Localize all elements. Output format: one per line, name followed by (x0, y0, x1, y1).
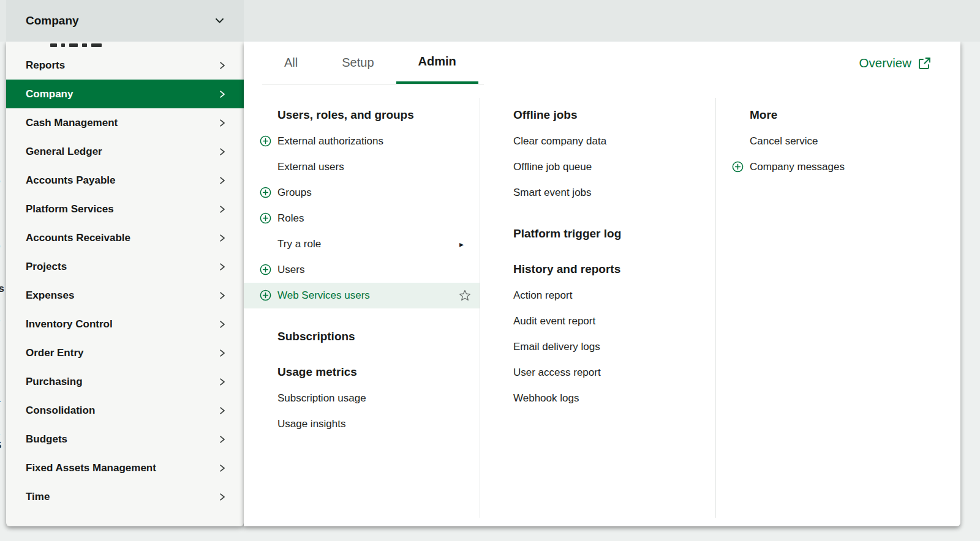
company-menu-toggle[interactable]: Company (6, 0, 244, 42)
company-flyout-panel: AllSetupAdmin Overview Users, roles, and… (244, 42, 960, 526)
menu-item-webhook-logs[interactable]: Webhook logs (513, 386, 715, 411)
menu-item-company-messages[interactable]: Company messages (750, 154, 952, 180)
tab-admin[interactable]: Admin (396, 42, 478, 84)
section-heading-more: More (750, 108, 952, 122)
sidebar-item-time[interactable]: Time (6, 482, 244, 511)
section-heading-platform-trigger-log[interactable]: Platform trigger log (513, 226, 715, 241)
sidebar-item-label: Accounts Receivable (26, 232, 130, 244)
sidebar-item-projects[interactable]: Projects (6, 252, 244, 281)
chevron-right-icon (219, 234, 225, 242)
menu-item-user-access-report[interactable]: User access report (513, 360, 715, 386)
sidebar-item-label: Consolidation (26, 405, 95, 417)
chevron-right-icon (219, 493, 225, 501)
page-root: lreerssasSli Company ReportsCompanyCash … (0, 0, 980, 541)
sidebar-item-label: General Ledger (26, 146, 102, 158)
menu-item-clear-company-data[interactable]: Clear company data (513, 129, 715, 154)
favorite-star-icon[interactable] (459, 289, 471, 302)
sidebar-item-label: Expenses (26, 289, 74, 302)
section-heading-offline-jobs: Offline jobs (513, 108, 715, 122)
chevron-down-icon (215, 18, 224, 24)
menu-item-action-report[interactable]: Action report (513, 283, 715, 308)
menu-item-groups[interactable]: Groups (277, 180, 480, 206)
add-circle-icon[interactable] (260, 187, 271, 198)
column-divider (715, 98, 716, 518)
sidebar-item-inventory-control[interactable]: Inventory Control (6, 310, 244, 338)
menu-item-audit-event-report[interactable]: Audit event report (513, 308, 715, 334)
menu-item-label: Audit event report (513, 315, 595, 327)
menu-item-roles[interactable]: Roles (277, 206, 480, 231)
overview-link[interactable]: Overview (859, 42, 931, 84)
modules-menu-panel: ReportsCompanyCash ManagementGeneral Led… (6, 42, 244, 526)
menu-item-email-delivery-logs[interactable]: Email delivery logs (513, 334, 715, 360)
chevron-right-icon (219, 378, 225, 386)
menu-item-label: Action report (513, 289, 572, 302)
menu-item-external-authorizations[interactable]: External authorizations (277, 129, 480, 154)
sidebar-item-label: Purchasing (26, 376, 83, 388)
menu-item-label: Company messages (750, 161, 845, 173)
section-heading-history-and-reports: History and reports (513, 262, 715, 277)
flyout-columns: Users, roles, and groupsExternal authori… (244, 103, 960, 526)
sidebar-item-label: Accounts Payable (26, 174, 115, 187)
menu-item-label: Smart event jobs (513, 187, 592, 199)
sidebar-item-cash-management[interactable]: Cash Management (6, 108, 244, 137)
add-circle-icon[interactable] (732, 161, 744, 173)
chevron-right-icon (219, 61, 225, 70)
add-circle-icon[interactable] (260, 264, 271, 275)
chevron-right-icon (219, 464, 225, 472)
menu-column-2: Offline jobsClear company dataOffline jo… (513, 103, 715, 411)
chevron-right-icon (219, 263, 225, 271)
menu-item-cancel-service[interactable]: Cancel service (750, 129, 952, 154)
column-divider (480, 98, 480, 518)
add-circle-icon[interactable] (260, 212, 271, 224)
menu-item-usage-insights[interactable]: Usage insights (277, 411, 480, 437)
add-circle-icon[interactable] (260, 135, 271, 147)
sidebar-item-platform-services[interactable]: Platform Services (6, 195, 244, 223)
sidebar-item-consolidation[interactable]: Consolidation (6, 396, 244, 425)
sidebar-item-label: Budgets (26, 433, 67, 446)
sidebar-item-purchasing[interactable]: Purchasing (6, 367, 244, 396)
menu-item-users[interactable]: Users (277, 257, 480, 283)
section-heading-usage-metrics: Usage metrics (277, 365, 480, 379)
sidebar-item-label: Order Entry (26, 347, 83, 359)
menu-item-label: Offline job queue (513, 161, 592, 173)
section-heading-users-roles-and-groups: Users, roles, and groups (277, 108, 480, 122)
sidebar-item-label: Reports (26, 59, 65, 72)
sidebar-item-label: Cash Management (26, 117, 118, 129)
sidebar-item-reports[interactable]: Reports (6, 51, 244, 80)
menu-item-label: Roles (277, 212, 304, 225)
sidebar-item-label: Time (26, 491, 50, 503)
sidebar-item-budgets[interactable]: Budgets (6, 425, 244, 453)
menu-item-offline-job-queue[interactable]: Offline job queue (513, 154, 715, 180)
sidebar-item-company[interactable]: Company (6, 80, 244, 108)
top-bar: Company (0, 0, 980, 42)
menu-column-1: Users, roles, and groupsExternal authori… (277, 103, 480, 437)
section-heading-subscriptions[interactable]: Subscriptions (277, 329, 480, 344)
chevron-right-icon (219, 176, 225, 185)
tab-all[interactable]: All (262, 42, 320, 84)
sidebar-item-fixed-assets-management[interactable]: Fixed Assets Management (6, 453, 244, 482)
menu-column-3: MoreCancel serviceCompany messages (750, 103, 952, 180)
menu-item-label: Clear company data (513, 135, 606, 147)
menu-item-try-a-role[interactable]: Try a role▸ (277, 231, 480, 257)
menu-item-subscription-usage[interactable]: Subscription usage (277, 386, 480, 411)
sidebar-item-accounts-payable[interactable]: Accounts Payable (6, 166, 244, 195)
chevron-right-icon (219, 406, 225, 415)
chevron-right-icon (219, 90, 225, 99)
menu-item-label: User access report (513, 367, 601, 379)
menu-item-label: Cancel service (750, 135, 818, 147)
sidebar-item-order-entry[interactable]: Order Entry (6, 338, 244, 367)
menu-item-smart-event-jobs[interactable]: Smart event jobs (513, 180, 715, 206)
chevron-right-icon (219, 291, 225, 300)
clipped-menu-item-fragment (50, 42, 102, 51)
tab-setup[interactable]: Setup (320, 42, 396, 84)
sidebar-item-expenses[interactable]: Expenses (6, 281, 244, 310)
menu-item-web-services-users[interactable]: Web Services users (277, 283, 480, 308)
sidebar-item-accounts-receivable[interactable]: Accounts Receivable (6, 223, 244, 252)
add-circle-icon[interactable] (260, 289, 271, 301)
menu-item-external-users[interactable]: External users (277, 154, 480, 180)
sidebar-item-general-ledger[interactable]: General Ledger (6, 137, 244, 166)
chevron-right-icon (219, 435, 225, 444)
menu-item-label: Users (277, 264, 304, 276)
background-text-fragment: S (0, 439, 1, 452)
flyout-tabs: AllSetupAdmin (262, 42, 484, 84)
